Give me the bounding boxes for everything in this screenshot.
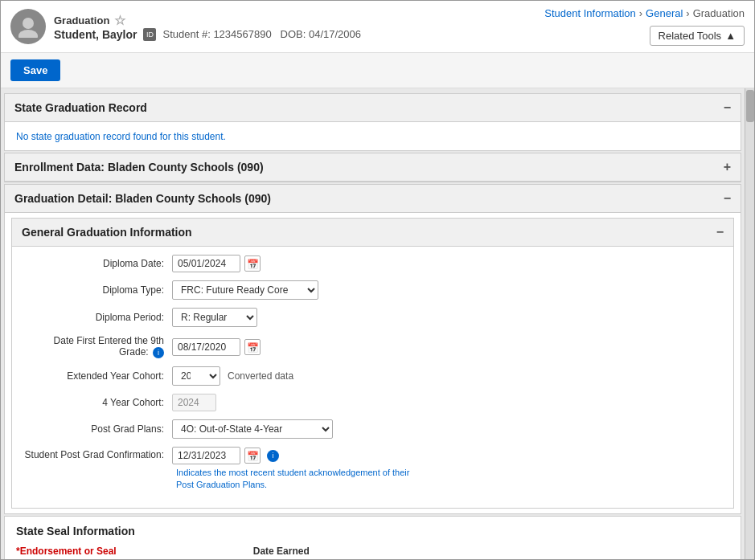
post-grad-plans-select[interactable]: 4O: Out-of-State 4-Year xyxy=(172,419,333,439)
breadcrumb-sep1: › xyxy=(639,7,642,19)
diploma-date-input[interactable] xyxy=(172,255,240,272)
diploma-period-control: R: Regular xyxy=(172,308,257,327)
four-year-cohort-label: 4 Year Cohort: xyxy=(23,397,172,408)
four-year-cohort-input xyxy=(172,394,216,411)
general-grad-info-body: Diploma Date: 📅 Diploma Type: xyxy=(12,247,733,508)
post-grad-plans-control: 4O: Out-of-State 4-Year xyxy=(172,419,333,439)
header-left: Graduation ☆ Student, Baylor ID Student … xyxy=(10,9,361,44)
ninth-grade-date-input[interactable] xyxy=(172,338,240,356)
diploma-type-row: Diploma Type: FRC: Future Ready Core xyxy=(23,280,722,300)
graduation-detail-body: General Graduation Information − Diploma… xyxy=(5,213,741,513)
diploma-date-control: 📅 xyxy=(172,255,261,272)
four-year-cohort-control xyxy=(172,394,216,411)
breadcrumb-sep2: › xyxy=(686,7,689,19)
post-grad-date-input[interactable] xyxy=(172,447,240,464)
general-grad-info-toggle[interactable]: − xyxy=(716,225,724,239)
post-grad-plans-row: Post Grad Plans: 4O: Out-of-State 4-Year xyxy=(23,419,722,439)
post-grad-plans-label: Post Grad Plans: xyxy=(23,423,172,435)
page-title: Graduation xyxy=(54,14,109,27)
no-record-text: No state graduation record found for thi… xyxy=(16,131,226,142)
extended-cohort-select[interactable]: 2024 xyxy=(172,366,220,386)
diploma-type-select[interactable]: FRC: Future Ready Core xyxy=(172,280,318,300)
enrollment-data-header[interactable]: Enrollment Data: Bladen County Schools (… xyxy=(5,153,741,182)
enrollment-data-toggle[interactable]: + xyxy=(724,160,731,174)
header: Graduation ☆ Student, Baylor ID Student … xyxy=(1,1,754,53)
post-grad-calendar-icon[interactable]: 📅 xyxy=(244,448,261,464)
ninth-grade-calendar-icon[interactable]: 📅 xyxy=(244,339,261,355)
diploma-date-calendar-icon[interactable]: 📅 xyxy=(244,255,261,272)
favorite-icon[interactable]: ☆ xyxy=(114,13,125,28)
chevron-up-icon: ▲ xyxy=(725,30,736,42)
related-tools-label: Related Tools xyxy=(659,30,722,42)
state-seal-section: State Seal Information *Endorsement or S… xyxy=(4,516,741,559)
seal-table-header: *Endorsement or Seal Date Earned xyxy=(5,542,741,559)
post-grad-confirmation-control: 📅 i Indicates the most recent student ac… xyxy=(172,447,417,492)
diploma-type-control: FRC: Future Ready Core xyxy=(172,280,318,300)
main-panel: State Graduation Record − No state gradu… xyxy=(1,88,745,559)
app-container: Graduation ☆ Student, Baylor ID Student … xyxy=(0,0,755,560)
breadcrumb: Student Information › General › Graduati… xyxy=(544,7,745,19)
avatar xyxy=(10,9,46,44)
diploma-date-label: Diploma Date: xyxy=(23,258,172,269)
enrollment-data-title: Enrollment Data: Bladen County Schools (… xyxy=(14,161,264,174)
state-seal-title: State Seal Information xyxy=(16,525,729,538)
svg-point-1 xyxy=(18,30,38,38)
header-title: Graduation ☆ Student, Baylor ID Student … xyxy=(54,13,361,41)
graduation-detail-toggle[interactable]: − xyxy=(724,191,731,206)
graduation-detail-header[interactable]: Graduation Detail: Bladen County Schools… xyxy=(5,185,741,213)
save-bar: Save xyxy=(1,53,754,88)
id-card-icon: ID xyxy=(143,28,156,41)
diploma-period-row: Diploma Period: R: Regular xyxy=(23,308,722,327)
endorsement-col-header: *Endorsement or Seal xyxy=(16,546,117,557)
ninth-grade-date-label: Date First Entered the 9th Grade: i xyxy=(23,335,172,358)
related-tools-button[interactable]: Related Tools ▲ xyxy=(650,26,745,46)
post-grad-info-icon[interactable]: i xyxy=(267,450,279,462)
scrollbar[interactable] xyxy=(745,88,754,559)
diploma-date-row: Diploma Date: 📅 xyxy=(23,255,722,272)
post-grad-note: Indicates the most recent student acknow… xyxy=(176,467,417,492)
breadcrumb-student-info[interactable]: Student Information xyxy=(544,7,635,19)
student-row: Student, Baylor ID Student #: 1234567890… xyxy=(54,28,361,41)
student-number: Student #: 1234567890 DOB: 04/17/2006 xyxy=(162,28,361,40)
state-grad-record-header[interactable]: State Graduation Record − xyxy=(5,94,741,122)
general-grad-info-header[interactable]: General Graduation Information − xyxy=(12,219,733,247)
state-grad-record-body: No state graduation record found for thi… xyxy=(5,122,741,150)
state-grad-record-section: State Graduation Record − No state gradu… xyxy=(4,93,741,151)
ninth-grade-date-row: Date First Entered the 9th Grade: i 📅 xyxy=(23,335,722,358)
diploma-period-label: Diploma Period: xyxy=(23,312,172,323)
sections-wrapper: State Graduation Record − No state gradu… xyxy=(1,88,745,559)
extended-cohort-control: 2024 Converted data xyxy=(172,366,293,386)
breadcrumb-general[interactable]: General xyxy=(646,7,683,19)
four-year-cohort-row: 4 Year Cohort: xyxy=(23,394,722,411)
extended-cohort-label: Extended Year Cohort: xyxy=(23,370,172,382)
ninth-grade-info-icon[interactable]: i xyxy=(153,347,164,358)
converted-data-label: Converted data xyxy=(228,370,293,382)
svg-point-0 xyxy=(23,18,34,29)
enrollment-data-section: Enrollment Data: Bladen County Schools (… xyxy=(4,153,741,182)
general-grad-info-section: General Graduation Information − Diploma… xyxy=(11,218,734,509)
extended-cohort-row: Extended Year Cohort: 2024 Converted dat… xyxy=(23,366,722,386)
title-row: Graduation ☆ xyxy=(54,13,361,28)
state-seal-header: State Seal Information xyxy=(5,517,741,542)
general-grad-info-title: General Graduation Information xyxy=(22,226,192,239)
diploma-type-label: Diploma Type: xyxy=(23,284,172,296)
save-button[interactable]: Save xyxy=(10,59,60,81)
breadcrumb-graduation: Graduation xyxy=(693,7,745,19)
content: State Graduation Record − No state gradu… xyxy=(1,88,754,559)
header-right: Student Information › General › Graduati… xyxy=(544,7,745,46)
state-grad-record-title: State Graduation Record xyxy=(14,101,147,114)
student-name: Student, Baylor xyxy=(54,28,137,41)
post-grad-confirmation-label: Student Post Grad Confirmation: xyxy=(23,447,172,460)
graduation-detail-section: Graduation Detail: Bladen County Schools… xyxy=(4,184,741,514)
diploma-period-select[interactable]: R: Regular xyxy=(172,308,257,327)
post-grad-confirmation-row: Student Post Grad Confirmation: 📅 i Indi… xyxy=(23,447,722,492)
date-earned-col-header: Date Earned xyxy=(253,546,310,557)
ninth-grade-date-control: 📅 xyxy=(172,338,261,356)
graduation-detail-title: Graduation Detail: Bladen County Schools… xyxy=(14,192,271,205)
state-grad-record-toggle[interactable]: − xyxy=(724,100,731,115)
